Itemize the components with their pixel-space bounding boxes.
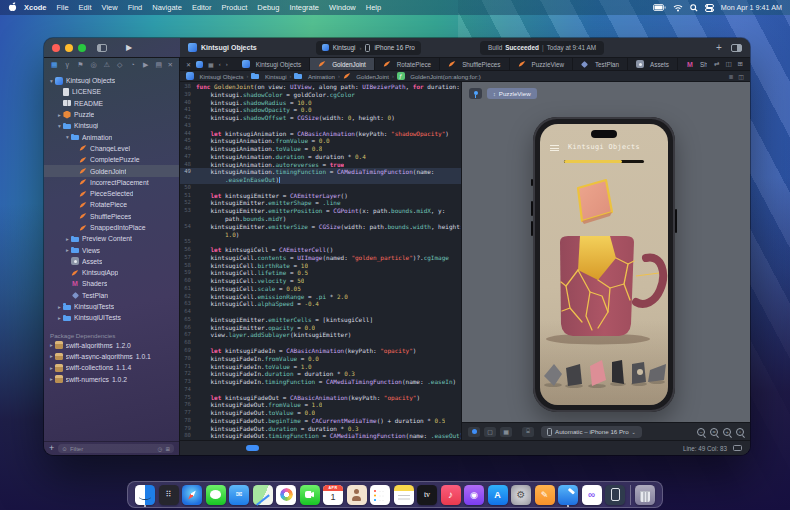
recent-filter-icon[interactable]: ◷ — [158, 446, 163, 452]
live-preview-button[interactable] — [468, 427, 480, 437]
line-number[interactable]: 67 — [180, 331, 196, 339]
music-dock-icon[interactable]: ♪ — [441, 485, 461, 505]
issues-icon[interactable]: ⚠ — [102, 59, 111, 71]
code-line[interactable]: 64 — [180, 308, 461, 316]
navigator-item-readme[interactable]: README — [44, 98, 179, 109]
navigator-item-pieceselected[interactable]: PieceSelected — [44, 188, 179, 199]
navigator-item-kintsugiuitests[interactable]: ▸KintsugiUITests — [44, 312, 179, 323]
code-line[interactable]: 53 kintsugiEmitter.emitterPosition = CGP… — [180, 207, 461, 215]
package-swift-async-algorithms[interactable]: ▸swift-async-algorithms1.0.1 — [44, 351, 179, 362]
close-tab-icon[interactable]: ✕ — [186, 61, 191, 68]
filter-input[interactable] — [70, 446, 155, 452]
line-number[interactable]: 44 — [180, 130, 196, 138]
navigator-item-preview-content[interactable]: ▸Preview Content — [44, 233, 179, 244]
menu-view[interactable]: View — [97, 3, 123, 12]
display-icon[interactable] — [733, 445, 742, 452]
maps-dock-icon[interactable] — [253, 485, 273, 505]
line-number[interactable]: 50 — [180, 184, 196, 192]
bookmarks-icon[interactable]: ⚑ — [76, 59, 85, 71]
navigator-item-changelevel[interactable]: ChangeLevel — [44, 143, 179, 154]
reminders-dock-icon[interactable] — [370, 485, 390, 505]
line-number[interactable]: 64 — [180, 308, 196, 316]
line-number[interactable]: 58 — [180, 262, 196, 270]
package-swift-numerics[interactable]: ▸swift-numerics1.0.2 — [44, 373, 179, 384]
disclosure-icon[interactable]: ▾ — [48, 78, 55, 84]
menu-clock[interactable]: Mon Apr 1 9:41 AM — [721, 3, 782, 12]
safari-dock-icon[interactable] — [182, 485, 202, 505]
code-line[interactable]: 45 kintsugiAnimation.fromValue = 0.0 — [180, 137, 461, 145]
scheme-selector[interactable]: Kintsugi › iPhone 16 Pro — [316, 41, 421, 55]
breadcrumb-3[interactable]: GoldenJoint — [343, 72, 389, 80]
contacts-dock-icon[interactable] — [347, 485, 367, 505]
package-swift-algorithms[interactable]: ▸swift-algorithms1.2.0 — [44, 340, 179, 351]
line-number[interactable]: 68 — [180, 339, 196, 347]
navigator-item-kintsugi-objects[interactable]: ▾Kintsugi Objects — [44, 75, 179, 86]
navigator-item-kintsugiapp[interactable]: KintsugiApp — [44, 267, 179, 278]
disclosure-icon[interactable]: ▸ — [48, 365, 55, 371]
line-number[interactable]: 70 — [180, 355, 196, 363]
code-line[interactable]: 43 — [180, 122, 461, 130]
tab-shaders[interactable]: MShaders — [678, 58, 707, 70]
menu-editor[interactable]: Editor — [187, 3, 217, 12]
line-number[interactable]: 48 — [180, 161, 196, 169]
project-navigator-icon[interactable]: ▦ — [50, 59, 59, 71]
navigator-item-license[interactable]: LICENSE — [44, 86, 179, 97]
navigator-item-kintsugitests[interactable]: ▸KintsugiTests — [44, 301, 179, 312]
tab-puzzleview[interactable]: PuzzleView — [510, 58, 573, 70]
minimize-window-button[interactable] — [65, 44, 73, 52]
line-number[interactable]: 72 — [180, 370, 196, 378]
menu-debug[interactable]: Debug — [252, 3, 284, 12]
breadcrumb-0[interactable]: Kintsugi Objects — [186, 72, 244, 80]
navigator-item-assets[interactable]: Assets — [44, 256, 179, 267]
line-number[interactable]: 69 — [180, 347, 196, 355]
code-line[interactable]: 48 kintsugiAnimation.autoreverses = true — [180, 161, 461, 169]
code-line[interactable]: 60 kintsugiCell.velocity = 50 — [180, 277, 461, 285]
line-number[interactable]: 53 — [180, 207, 196, 215]
tab-kintsugi-objects[interactable]: Kintsugi Objects — [234, 58, 311, 70]
navigator-item-completepuzzle[interactable]: CompletePuzzle — [44, 154, 179, 165]
toggle-navigator-icon[interactable] — [97, 44, 107, 52]
editor-mode-icon[interactable] — [196, 61, 203, 68]
search-icon[interactable] — [690, 4, 698, 12]
breakpoints-icon[interactable]: ▶ — [141, 59, 150, 71]
line-number[interactable]: 57 — [180, 254, 196, 262]
menu-file[interactable]: File — [52, 3, 74, 12]
appstore-dock-icon[interactable]: A — [488, 485, 508, 505]
disclosure-icon[interactable]: ▸ — [64, 236, 71, 242]
mail-dock-icon[interactable]: ✉ — [229, 485, 249, 505]
tab-rotatepiece[interactable]: RotatePiece — [375, 58, 440, 70]
code-line[interactable]: 57 kintsugiCell.contents = UIImage(named… — [180, 254, 461, 262]
hamburger-menu-icon[interactable] — [550, 145, 559, 153]
back-icon[interactable]: ‹ — [219, 61, 221, 67]
debug-icon[interactable]: ◔ — [128, 59, 137, 71]
line-number[interactable]: 75 — [180, 394, 196, 402]
swap-editor-icon[interactable]: ⇄ — [714, 60, 719, 68]
breadcrumb-2[interactable]: Animation — [294, 72, 335, 80]
line-number[interactable]: 80 — [180, 432, 196, 440]
code-line[interactable]: 47 kintsugiAnimation.duration = duration… — [180, 153, 461, 161]
line-number[interactable]: 38 — [180, 83, 196, 91]
filter-field[interactable]: ⊙ ◷ ⊞ — [58, 444, 174, 454]
code-line[interactable]: 63 kintsugiCell.alphaSpeed = -0.4 — [180, 300, 461, 308]
photos-dock-icon[interactable] — [276, 485, 296, 505]
menu-edit[interactable]: Edit — [74, 3, 97, 12]
menu-integrate[interactable]: Integrate — [284, 3, 324, 12]
menu-navigate[interactable]: Navigate — [147, 3, 187, 12]
line-number[interactable]: 59 — [180, 269, 196, 277]
disclosure-icon[interactable]: ▸ — [56, 304, 63, 310]
zoom-window-button[interactable] — [78, 44, 86, 52]
line-number[interactable]: 56 — [180, 246, 196, 254]
code-line[interactable]: 76 kintsugiFadeOut.fromValue = 1.0 — [180, 401, 461, 409]
code-line[interactable]: 78 kintsugiFadeOut.beginTime = CACurrent… — [180, 417, 461, 425]
freeform-dock-icon[interactable]: ∞ — [582, 485, 602, 505]
line-number[interactable]: 66 — [180, 324, 196, 332]
line-number[interactable]: 39 — [180, 91, 196, 99]
menu-product[interactable]: Product — [216, 3, 252, 12]
code-line[interactable]: 68 — [180, 339, 461, 347]
disclosure-icon[interactable]: ▸ — [48, 376, 55, 382]
add-editor-icon[interactable]: ⊞ — [738, 60, 743, 68]
preview-device-menu[interactable]: Automatic – iPhone 16 Pro ⌄ — [541, 426, 642, 438]
add-file-button[interactable]: + — [49, 444, 54, 453]
control-center-icon[interactable] — [705, 4, 714, 12]
adjust-editor-icon[interactable]: ◫ — [738, 73, 744, 80]
